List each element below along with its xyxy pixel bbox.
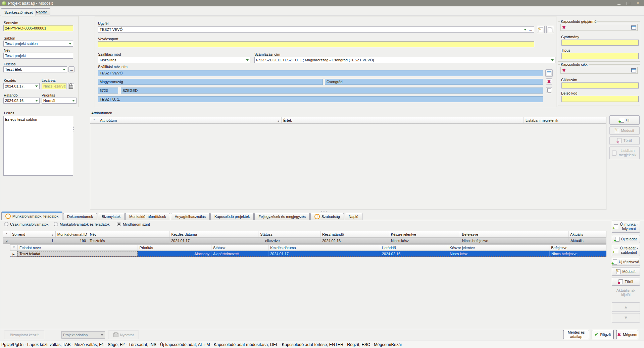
new-task-button[interactable]: Új feladat: [612, 235, 640, 243]
project-datasheet-window: { "colors": { "titlebar": "#8a8a83", "se…: [0, 0, 644, 348]
attribute-show-in-list-button[interactable]: Listában megjelenik: [609, 147, 640, 159]
ugyfel-combo[interactable]: TESZT VEVŐ…: [98, 26, 534, 33]
ugyfel-new-button[interactable]: [546, 26, 554, 33]
cikkszam-field[interactable]: [561, 82, 639, 89]
attributes-indicator-header: [90, 117, 98, 123]
horizontal-splitter-lower[interactable]: [319, 210, 328, 212]
lezarva-lock-button[interactable]: [68, 83, 74, 89]
felelos-combo[interactable]: Teszt Elek: [3, 66, 67, 72]
tab-bizonylatok[interactable]: Bizonylatok: [98, 213, 125, 220]
ship-name-field[interactable]: TESZT VEVŐ: [98, 70, 543, 76]
ship-zip-field[interactable]: 6723: [98, 88, 118, 94]
sorszam-field[interactable]: 24-PYPRO-0305-000001: [3, 25, 73, 31]
task-row[interactable]: Teszt feladat Alacsony Alapértelmezett 2…: [10, 251, 606, 257]
tab-dokumentumok[interactable]: Dokumentumok: [63, 213, 97, 220]
radio-munkafolyamatok-es-feladatok[interactable]: Munkafolyamatok és feladatok: [54, 222, 110, 226]
hatarido-date-field[interactable]: 2024.02.16.: [3, 98, 40, 104]
szallitasi-mod-combo[interactable]: Kiszállítás: [98, 57, 250, 63]
maximize-icon[interactable]: [627, 2, 630, 5]
cikk-window-icon[interactable]: [631, 68, 636, 72]
attributes-grid-body[interactable]: [90, 124, 606, 210]
radio-csak-munkafolyamatok[interactable]: Csak munkafolyamatok: [4, 222, 48, 226]
col-munkafolyamat-id[interactable]: Munkafolyamat ID: [56, 231, 88, 237]
move-down-button[interactable]: ▼: [612, 313, 640, 323]
cikk-clear-icon[interactable]: ✖: [562, 68, 566, 72]
col-task-hatarido[interactable]: Határidő: [380, 245, 448, 250]
col-task-befejezve[interactable]: Befejezve: [549, 245, 606, 250]
gepjarmu-window-icon[interactable]: [631, 25, 636, 30]
szamlazasi-cim-combo[interactable]: 6723 SZEGED, TESZT U. 1.; Magyarország -…: [254, 57, 555, 63]
col-listaban-megjelenik[interactable]: Listában megjelenik: [524, 117, 606, 123]
col-attributum[interactable]: Attribútum: [98, 117, 282, 123]
ship-street-field[interactable]: TESZT U. 1.: [98, 96, 543, 102]
belso-kod-field[interactable]: [561, 96, 639, 102]
attribute-delete-button[interactable]: Töröl: [609, 136, 640, 145]
new-task-from-template-button[interactable]: Új feladat - sablonból: [612, 245, 640, 256]
col-task-kezdes-datuma[interactable]: Kezdés dátuma: [268, 245, 380, 250]
tab-szerkeszto-nezet[interactable]: Szerkesztő nézet: [1, 8, 36, 16]
new-item-icon: [615, 237, 620, 242]
save-button[interactable]: ✔Rögzít: [592, 330, 614, 339]
ship-address-paste-button[interactable]: [546, 87, 552, 93]
col-aktualis[interactable]: Aktuális: [568, 231, 606, 237]
tab-naplo[interactable]: Napló: [345, 213, 362, 220]
col-feladat-neve[interactable]: Feladat neve: [18, 245, 138, 250]
gepjarmu-clear-icon[interactable]: ✖: [562, 25, 566, 30]
ugyfel-edit-button[interactable]: [537, 26, 545, 33]
kezdes-date-field[interactable]: 2024.01.17.: [3, 83, 40, 89]
cancel-button[interactable]: ✖Mégsem: [616, 330, 638, 339]
row-expander-cell[interactable]: [3, 238, 10, 243]
prioritas-combo[interactable]: Normál: [42, 98, 77, 104]
nev-field[interactable]: Teszt projekt: [3, 53, 73, 59]
ship-address-clear-button[interactable]: ✖: [546, 78, 552, 84]
attribute-modify-button[interactable]: Módosít: [609, 126, 640, 135]
ship-city-field[interactable]: SZEGED: [121, 88, 543, 94]
mark-current-button[interactable]: Aktuálisnak kijelöl: [612, 288, 640, 298]
tipus-field[interactable]: [561, 53, 639, 59]
tab-szabadsag[interactable]: Szabadság: [310, 213, 344, 220]
tab-anyagfelhasznalas[interactable]: Anyagfelhasználás: [171, 213, 210, 220]
print-button[interactable]: Nyomtat: [108, 331, 139, 339]
col-befejezve[interactable]: Befejezve: [460, 231, 568, 237]
close-icon[interactable]: ✕: [636, 1, 639, 5]
col-sorrend[interactable]: Sorrend: [10, 231, 56, 237]
create-receipt-button[interactable]: Bizonylatot készít: [4, 331, 44, 339]
tab-feljegyzesek-es-megjegyzes[interactable]: Feljegyzések és megjegyzés: [254, 213, 310, 220]
up-arrow-icon: ▲: [624, 305, 628, 310]
attribute-new-button[interactable]: Új: [609, 115, 640, 125]
workflow-row[interactable]: 1 190 Tesztelés 2024.01.17. elkezdve 202…: [3, 238, 606, 244]
minimize-icon[interactable]: [617, 4, 621, 5]
radio-mindharom-szint[interactable]: Mindhárom szint: [117, 222, 150, 226]
col-keszre-jelentve[interactable]: Készre jelentve: [389, 231, 460, 237]
col-nev[interactable]: Név: [88, 231, 170, 237]
col-ertek[interactable]: Érték: [282, 117, 524, 123]
felelos-lookup-button[interactable]: …: [68, 66, 75, 72]
workflow-modify-button[interactable]: Módosít: [612, 268, 640, 276]
save-and-sheet-button[interactable]: Mentés és adatlap: [563, 330, 589, 339]
tab-munkafolyamatok-feladatok[interactable]: Munkafolyamatok, feladatok: [1, 212, 62, 220]
ship-country-field[interactable]: Magyarország: [98, 79, 323, 85]
vevocsoport-field[interactable]: [98, 41, 534, 47]
col-kezdes-datuma[interactable]: Kezdés dátuma: [169, 231, 258, 237]
col-reszhatarido[interactable]: Részhatáridő: [320, 231, 389, 237]
leiras-textarea[interactable]: Ez egy teszt sablon: [3, 116, 73, 176]
col-statusz[interactable]: Státusz: [258, 231, 320, 237]
report-selector-combo[interactable]: Projekt adatlap: [61, 331, 105, 339]
vertical-splitter[interactable]: [72, 124, 75, 133]
tab-munkaido-raforditasok[interactable]: Munkaidő-ráfordítások: [125, 213, 170, 220]
ship-county-field[interactable]: Csongrád: [325, 79, 543, 85]
gyartmany-field[interactable]: [561, 40, 639, 46]
move-up-button[interactable]: ▲: [612, 302, 640, 312]
bottom-tabstrip: Munkafolyamatok, feladatok Dokumentumok …: [0, 212, 644, 220]
new-participant-button[interactable]: Új résztvevő: [612, 258, 640, 266]
new-workflow-button[interactable]: Új munka - folyamat: [612, 221, 640, 233]
col-prioritas[interactable]: Prioritás: [138, 245, 212, 250]
sablon-combo[interactable]: Teszt projekt sablon: [3, 41, 73, 47]
tab-kapcsolodo-projektek[interactable]: Kapcsolódó projektek: [210, 213, 254, 220]
paste-icon: [547, 88, 551, 93]
ship-address-window-button[interactable]: [545, 69, 553, 77]
workflow-delete-button[interactable]: Töröl: [612, 278, 640, 286]
indicator-icon: [13, 245, 15, 250]
col-task-statusz[interactable]: Státusz: [211, 245, 268, 250]
col-task-keszre-jelentve[interactable]: Készre jelentve: [448, 245, 550, 250]
